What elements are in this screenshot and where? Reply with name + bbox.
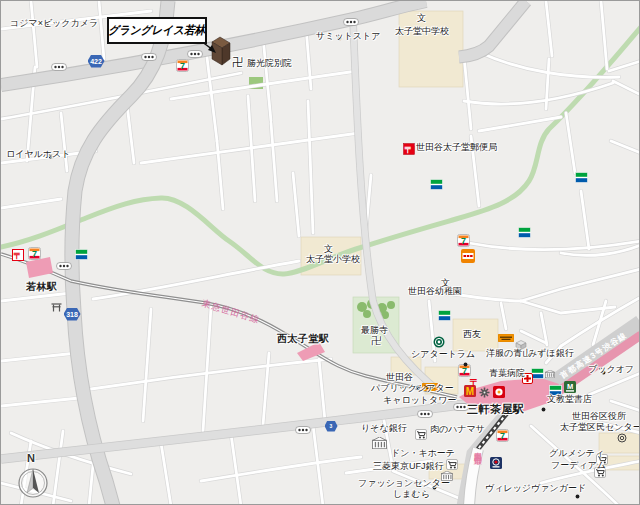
familymart-icon [430,176,443,194]
red-store-icon [493,384,505,402]
post-office-icon: 〒 [403,141,415,159]
yoshinoya-icon [461,249,475,267]
post-office-outline-icon: 〒 [12,247,24,265]
place-label: 太子堂小学校 [306,255,360,264]
station-label: 三軒茶屋駅 [467,404,525,416]
svg-text:7: 7 [179,60,184,70]
place-label: 世田谷幼稚園 [408,287,462,296]
place-label: ロイヤルホスト [6,150,70,159]
place-label: 世田谷区役所 [572,412,626,421]
place-label: 世田谷 [386,373,413,382]
traffic-signal-icon [51,57,67,75]
junior-high-school-block [399,11,463,87]
place-label: ヴィレッジヴァンガード [485,484,586,493]
navy-store-icon [490,455,502,473]
place-label: 青葉病院 [489,369,525,378]
place-label: しまむら [393,490,430,499]
place-label: フーディアム [551,461,606,470]
place-label: みずほ銀行 [528,349,574,358]
place-label: 卍 [232,57,243,69]
place-label: パブリックシアター [371,384,454,393]
svg-text:M: M [567,382,573,391]
place-label: 文 [417,14,426,23]
bank-icon [545,364,555,382]
place-label: シアタートラム [411,350,475,359]
place-label: サミットストア [316,32,380,41]
svg-text:7: 7 [31,248,36,258]
seven-eleven-icon: 7 [28,246,41,264]
svg-text:〒: 〒 [469,376,479,387]
compass-icon [19,469,47,497]
map: グラングレイス若林 N コジマ×ビックカメラサミットストア文太子堂中学校卍勝光院… [0,0,640,505]
place-label: ドン・キホーテ [391,449,455,458]
place-label: 洋服の青山 [486,349,531,358]
torii-icon [51,298,62,316]
place-label: りそな銀行 [361,424,407,433]
place-label: グルメシティ [549,449,604,458]
place-label: 卍 [371,336,381,347]
place-label: 勝光院別院 [247,59,292,68]
familymart-icon [75,246,88,264]
property-callout: グラングレイス若林 [107,17,207,44]
svg-text:〒: 〒 [14,251,23,261]
place-label: コジマ×ビックカメラ [10,19,98,28]
familymart-icon [438,307,451,325]
seven-eleven-icon: 7 [457,233,470,251]
seven-eleven-icon: 7 [496,428,509,446]
place-label: ブックオフ [588,365,634,374]
place-label: 三菱東京UFJ銀行 [373,462,444,471]
traffic-signal-icon [295,420,311,438]
bank-icon [372,435,387,453]
svg-text:7: 7 [460,235,465,245]
place-label: 太子堂区民センター [560,423,640,432]
place-label: 世田谷太子堂郵便局 [416,143,497,152]
orange-sign-icon [498,328,514,346]
traffic-signal-icon [187,44,203,62]
svg-text:〒: 〒 [405,145,414,155]
station-label: 若林駅 [26,282,58,293]
familymart-icon [518,224,531,242]
svg-text:7: 7 [499,430,504,440]
traffic-signal-icon [141,47,157,65]
poi-dot [541,398,546,416]
gear-icon [479,384,490,402]
place-label: キャロットタワー [383,396,456,405]
place-label: 太子堂中学校 [395,27,449,36]
map-base-layer [1,1,640,505]
compass-north-label: N [27,452,35,464]
station-label: 西太子堂駅 [277,334,330,345]
place-label: 肉のハナマサ [430,425,485,434]
property-name: グラングレイス若林 [109,23,206,38]
place-label: 文教堂書店 [547,395,592,404]
traffic-signal-icon [343,12,359,30]
place-label: 西友 [463,330,481,339]
traffic-signal-icon [417,404,433,422]
place-label: ファッションセンター [358,479,450,488]
cart-icon [415,426,427,444]
familymart-icon [575,169,588,187]
rail-line-label: 東急田園都市線 [471,445,482,452]
traffic-signal-icon [56,256,72,274]
